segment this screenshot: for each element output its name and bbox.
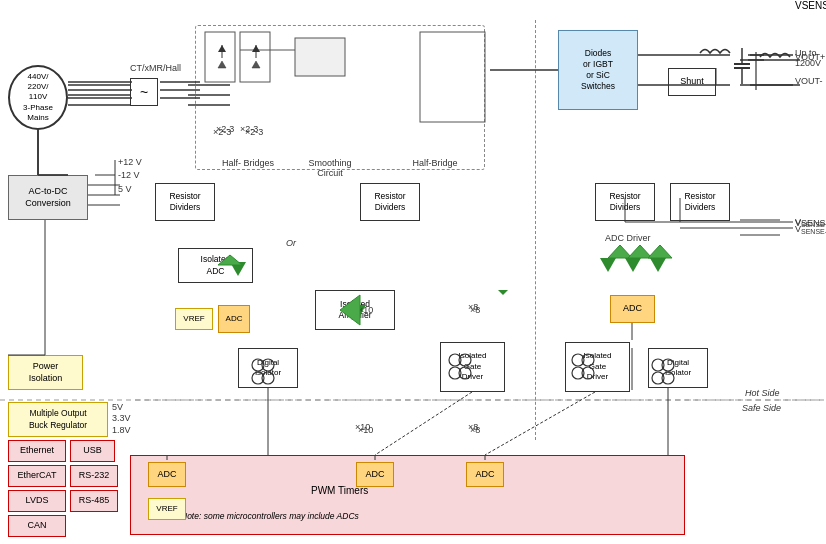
adc-driver-triangle2	[625, 258, 641, 272]
up-to-1200v-label: Up to 1200V	[795, 38, 821, 68]
usb-label: USB	[83, 445, 102, 457]
adc-bot3-block: ADC	[466, 462, 504, 487]
hot-side-label: Hot Side	[745, 388, 780, 398]
ac-dc-block: AC-to-DC Conversion	[8, 175, 88, 220]
vref-bot-label: VREF	[156, 504, 177, 514]
diodes-igbt-block: Diodes or IGBT or SiC Switches	[558, 30, 638, 110]
supply-18v: 1.8V	[112, 425, 131, 435]
multi-output-block: Multiple Output Buck Regulator	[8, 402, 108, 437]
diagram-container: +12 V -12 V 5 V ×2-3 ×2-3 ×10 ×8 ×10 ×8	[0, 0, 826, 544]
ct-label: CT/xMR/Hall	[130, 63, 181, 73]
rs232-label: RS-232	[79, 470, 110, 482]
ethercat-label: EtherCAT	[18, 470, 57, 482]
isolated-gate-driver1-block: Isolated Gate Driver	[440, 342, 505, 392]
pwm-note: Note: some microcontrollers may include …	[181, 511, 359, 522]
ethernet-block: Ethernet	[8, 440, 66, 462]
digital-isolator1-label: Digital Isolator	[255, 358, 281, 379]
usb-block: USB	[70, 440, 115, 462]
can-label: CAN	[27, 520, 46, 532]
vout-minus-label: VOUT-	[795, 76, 823, 86]
smoothing-label: Smoothing Circuit	[295, 158, 365, 178]
adc-driver-label: ADC Driver	[605, 233, 651, 243]
adc-small1-block: ADC	[218, 305, 250, 333]
svg-line-97	[485, 392, 595, 455]
rs232-block: RS-232	[70, 465, 118, 487]
resistor-div3-block: Resistor Dividers	[595, 183, 655, 221]
half-bridges-area	[195, 25, 485, 170]
x10-label1: ×10	[358, 305, 373, 315]
supply-33v: 3.3V	[112, 413, 131, 423]
diodes-igbt-label: Diodes or IGBT or SiC Switches	[581, 48, 615, 92]
adc-triangle1	[230, 262, 246, 276]
half-bridges-left-label: Half- Bridges	[218, 158, 278, 168]
lvds-block: LVDS	[8, 490, 66, 512]
safe-side-label: Safe Side	[742, 403, 781, 413]
svg-marker-88	[628, 245, 652, 258]
x8-label2: ×8	[470, 425, 480, 435]
mains-label: 440V/ 220V/ 110V 3-Phase Mains	[23, 72, 53, 124]
adc-main-label: ADC	[623, 303, 642, 315]
adc-bot2-label: ADC	[365, 469, 384, 481]
resistor-div1-label: Resistor Dividers	[169, 191, 200, 213]
x2-3-label2: ×2-3	[245, 127, 263, 137]
vsense-minus-label: VSENSE-	[795, 0, 826, 11]
svg-marker-28	[498, 290, 508, 295]
digital-isolator2-label: Digital Isolator	[665, 358, 691, 379]
can-block: CAN	[8, 515, 66, 537]
svg-text:+12 V: +12 V	[118, 157, 142, 167]
resistor-div4-block: Resistor Dividers	[670, 183, 730, 221]
vref-label: VREF	[183, 314, 204, 324]
lvds-label: LVDS	[26, 495, 49, 507]
adc-main-block: ADC	[610, 295, 655, 323]
shunt-label: Shunt	[680, 76, 704, 88]
svg-text:5 V: 5 V	[118, 184, 132, 194]
mains-block: 440V/ 220V/ 110V 3-Phase Mains	[8, 65, 68, 130]
ethercat-block: EtherCAT	[8, 465, 66, 487]
filter-block: ~	[130, 78, 158, 106]
vertical-dashed-divider	[535, 20, 536, 440]
isolated-adc-label: Isolated ADC	[201, 254, 231, 276]
rs485-block: RS-485	[70, 490, 118, 512]
vsense-plus-label: VSENSE+	[795, 218, 826, 228]
adc-bot2-block: ADC	[356, 462, 394, 487]
resistor-div2-block: Resistor Dividers	[360, 183, 420, 221]
svg-line-96	[375, 392, 472, 455]
rs485-label: RS-485	[79, 495, 110, 507]
svg-text:-12 V: -12 V	[118, 170, 140, 180]
resistor-div2-label: Resistor Dividers	[374, 191, 405, 213]
multi-output-label: Multiple Output Buck Regulator	[29, 408, 87, 430]
resistor-div4-label: Resistor Dividers	[684, 191, 715, 213]
digital-isolator2-block: Digital Isolator	[648, 348, 708, 388]
adc-small1-label: ADC	[226, 314, 243, 324]
adc-bot1-label: ADC	[157, 469, 176, 481]
digital-isolator1-block: Digital Isolator	[238, 348, 298, 388]
shunt-block: Shunt	[668, 68, 716, 96]
adc-bot1-block: ADC	[148, 462, 186, 487]
vref-block: VREF	[175, 308, 213, 330]
ac-dc-label: AC-to-DC Conversion	[25, 186, 71, 209]
power-isolation-label: Power Isolation	[29, 361, 63, 384]
half-bridge-right-label: Half-Bridge	[400, 158, 470, 168]
isolated-gate-driver2-label: Isolated Gate Driver	[583, 351, 611, 382]
adc-bot3-label: ADC	[475, 469, 494, 481]
ethernet-label: Ethernet	[20, 445, 54, 457]
x10-label2: ×10	[358, 425, 373, 435]
adc-driver-triangle1	[600, 258, 616, 272]
x2-3-label1: ×2-3	[213, 127, 231, 137]
vref-bot-block: VREF	[148, 498, 186, 520]
supply-5v: 5V	[112, 402, 123, 412]
mcu-area: PWM Timers Note: some microcontrollers m…	[130, 455, 685, 535]
adc-driver-triangle3	[650, 258, 666, 272]
svg-marker-89	[648, 245, 672, 258]
or-label: Or	[286, 238, 296, 248]
power-isolation-block: Power Isolation	[8, 355, 83, 390]
svg-marker-87	[608, 245, 632, 258]
x8-label1: ×8	[470, 305, 480, 315]
isolated-gate-driver1-label: Isolated Gate Driver	[458, 351, 486, 382]
isolated-gate-driver2-block: Isolated Gate Driver	[565, 342, 630, 392]
resistor-div1-block: Resistor Dividers	[155, 183, 215, 221]
resistor-div3-label: Resistor Dividers	[609, 191, 640, 213]
